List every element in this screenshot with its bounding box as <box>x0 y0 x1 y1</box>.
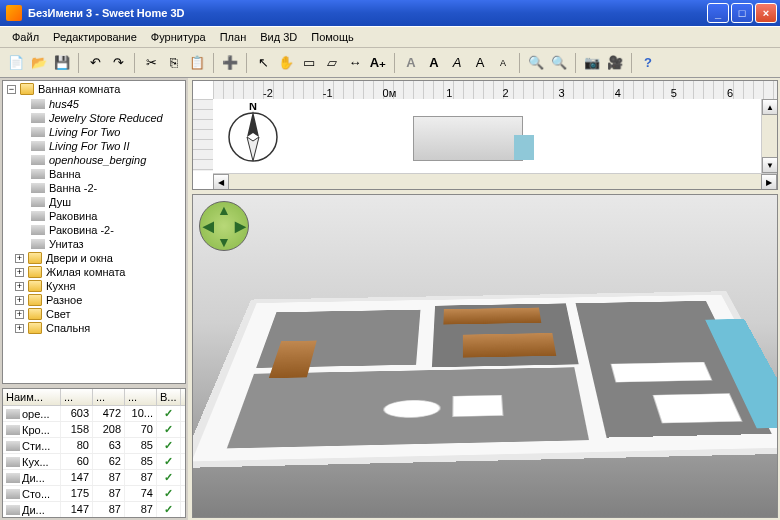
tree-item-label: Ванна -2- <box>49 182 97 194</box>
menu-plan[interactable]: План <box>214 29 253 45</box>
cell-c3: 70 <box>125 422 157 437</box>
expand-icon[interactable]: + <box>15 324 24 333</box>
tree-category[interactable]: +Спальня <box>3 321 185 335</box>
plan-hscrollbar[interactable]: ◀ ▶ <box>213 173 777 189</box>
scroll-left-icon[interactable]: ◀ <box>213 174 229 190</box>
expand-icon[interactable]: + <box>15 268 24 277</box>
select-icon[interactable]: ↖ <box>253 53 273 73</box>
window-title: БезИмени 3 - Sweet Home 3D <box>28 7 705 19</box>
cell-visible[interactable]: ✓ <box>157 422 181 437</box>
tree-item[interactable]: Ванна -2- <box>3 181 185 195</box>
tree-item[interactable]: Унитаз <box>3 237 185 251</box>
pan-icon[interactable]: ✋ <box>276 53 296 73</box>
table-row[interactable]: Ди...1478787✓ <box>3 502 185 518</box>
expand-icon[interactable]: + <box>15 254 24 263</box>
th-c3[interactable]: ... <box>125 389 157 405</box>
table-row[interactable]: Кро...15820870✓ <box>3 422 185 438</box>
cell-visible[interactable]: ✓ <box>157 486 181 501</box>
tree-item[interactable]: Ванна <box>3 167 185 181</box>
fontsize-up-icon[interactable]: A <box>470 53 490 73</box>
th-c2[interactable]: ... <box>93 389 125 405</box>
cell-c2: 472 <box>93 406 125 421</box>
tree-item[interactable]: Living For Two <box>3 125 185 139</box>
expand-icon[interactable]: + <box>15 282 24 291</box>
cell-visible[interactable]: ✓ <box>157 406 181 421</box>
table-header[interactable]: Наим... ... ... ... В... <box>3 389 185 406</box>
save-icon[interactable]: 💾 <box>52 53 72 73</box>
scroll-down-icon[interactable]: ▼ <box>762 157 778 173</box>
tree-category[interactable]: +Разное <box>3 293 185 307</box>
maximize-button[interactable]: □ <box>731 3 753 23</box>
menu-3dview[interactable]: Вид 3D <box>254 29 303 45</box>
copy-icon[interactable]: ⎘ <box>164 53 184 73</box>
th-c1[interactable]: ... <box>61 389 93 405</box>
menu-edit[interactable]: Редактирование <box>47 29 143 45</box>
tree-item[interactable]: Душ <box>3 195 185 209</box>
menu-file[interactable]: Файл <box>6 29 45 45</box>
dimension-icon[interactable]: ↔ <box>345 53 365 73</box>
tree-category[interactable]: +Жилая комната <box>3 265 185 279</box>
room-icon[interactable]: ▱ <box>322 53 342 73</box>
cell-c3: 10... <box>125 406 157 421</box>
cell-visible[interactable]: ✓ <box>157 454 181 469</box>
plan-thumbnail[interactable] <box>413 116 523 161</box>
cell-visible[interactable]: ✓ <box>157 470 181 485</box>
tree-category[interactable]: +Кухня <box>3 279 185 293</box>
tree-item[interactable]: Living For Two II <box>3 139 185 153</box>
table-row[interactable]: оре...60347210...✓ <box>3 406 185 422</box>
scroll-right-icon[interactable]: ▶ <box>761 174 777 190</box>
table-row[interactable]: Ди...1478787✓ <box>3 470 185 486</box>
tree-item[interactable]: hus45 <box>3 97 185 111</box>
video-icon[interactable]: 🎥 <box>605 53 625 73</box>
table-row[interactable]: Сто...1758774✓ <box>3 486 185 502</box>
photo-icon[interactable]: 📷 <box>582 53 602 73</box>
furniture-table[interactable]: Наим... ... ... ... В... оре...60347210.… <box>2 388 186 518</box>
tree-item-label: Раковина -2- <box>49 224 114 236</box>
close-button[interactable]: × <box>755 3 777 23</box>
nav-left-icon[interactable]: ◀ <box>200 218 216 234</box>
tree-item[interactable]: openhouse_berging <box>3 153 185 167</box>
wall-icon[interactable]: ▭ <box>299 53 319 73</box>
menu-help[interactable]: Помощь <box>305 29 360 45</box>
undo-icon[interactable]: ↶ <box>85 53 105 73</box>
expand-icon[interactable]: + <box>15 296 24 305</box>
compass-icon[interactable]: N <box>223 103 283 163</box>
expand-icon[interactable]: + <box>15 310 24 319</box>
tree-item[interactable]: Jewelry Store Reduced <box>3 111 185 125</box>
plan-vscrollbar[interactable]: ▲ ▼ <box>761 99 777 173</box>
table-row[interactable]: Сти...806385✓ <box>3 438 185 454</box>
new-icon[interactable]: 📄 <box>6 53 26 73</box>
bold-icon[interactable]: A <box>424 53 444 73</box>
view-3d[interactable]: ▲ ◀▶ ▼ <box>192 194 778 518</box>
menu-furniture[interactable]: Фурнитура <box>145 29 212 45</box>
zoom-out-icon[interactable]: 🔍 <box>549 53 569 73</box>
th-name[interactable]: Наим... <box>3 389 61 405</box>
fontsize-dn-icon[interactable]: A <box>493 53 513 73</box>
scroll-up-icon[interactable]: ▲ <box>762 99 778 115</box>
tree-item[interactable]: Раковина <box>3 209 185 223</box>
help-icon[interactable]: ? <box>638 53 658 73</box>
tree-category[interactable]: +Двери и окна <box>3 251 185 265</box>
text-icon[interactable]: A₊ <box>368 53 388 73</box>
zoom-in-icon[interactable]: 🔍 <box>526 53 546 73</box>
nav-up-icon[interactable]: ▲ <box>216 202 232 218</box>
text2-icon[interactable]: A <box>401 53 421 73</box>
th-vis[interactable]: В... <box>157 389 181 405</box>
redo-icon[interactable]: ↷ <box>108 53 128 73</box>
open-icon[interactable]: 📂 <box>29 53 49 73</box>
add-furniture-icon[interactable]: ➕ <box>220 53 240 73</box>
minimize-button[interactable]: _ <box>707 3 729 23</box>
tree-root[interactable]: − Ванная комната <box>3 81 185 97</box>
tree-item[interactable]: Раковина -2- <box>3 223 185 237</box>
plan-2d-view[interactable]: -2-10м123456 N ▲ ▼ ◀ ▶ <box>192 80 778 190</box>
italic-icon[interactable]: A <box>447 53 467 73</box>
check-icon: ✓ <box>164 455 173 467</box>
furniture-tree[interactable]: − Ванная комната hus45Jewelry Store Redu… <box>2 80 186 384</box>
cell-visible[interactable]: ✓ <box>157 438 181 453</box>
table-row[interactable]: Кух...606285✓ <box>3 454 185 470</box>
cell-visible[interactable]: ✓ <box>157 502 181 517</box>
tree-category[interactable]: +Свет <box>3 307 185 321</box>
cut-icon[interactable]: ✂ <box>141 53 161 73</box>
paste-icon[interactable]: 📋 <box>187 53 207 73</box>
collapse-icon[interactable]: − <box>7 85 16 94</box>
